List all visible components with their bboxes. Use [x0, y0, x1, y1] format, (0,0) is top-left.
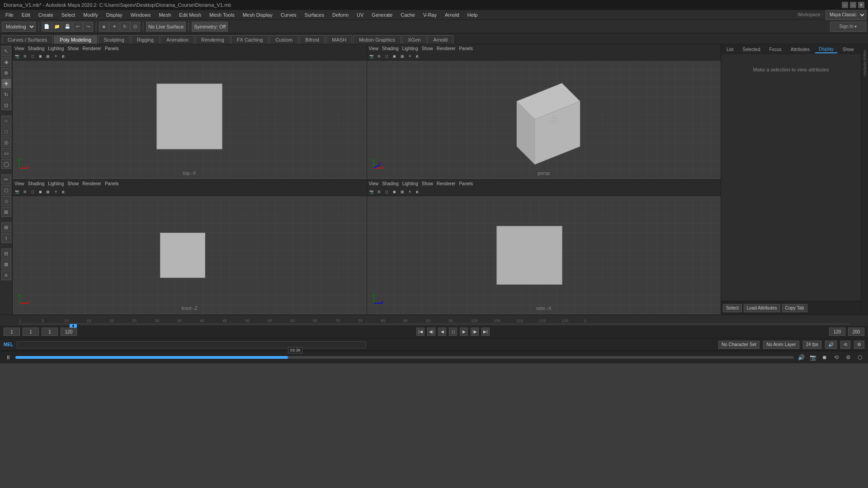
expand-btn[interactable]: ⬡ — [855, 353, 864, 362]
open-btn[interactable]: 📁 — [52, 22, 62, 32]
attribute-editor-tab[interactable]: Attribute Editor — [862, 46, 868, 80]
maximize-button[interactable]: □ — [850, 2, 856, 8]
lasso-tool[interactable]: ⊕ — [1, 68, 11, 78]
step-back-btn[interactable]: ◀| — [427, 328, 435, 336]
menu-edit[interactable]: Edit — [18, 11, 34, 19]
rpanel-tab-attributes[interactable]: Attributes — [787, 46, 813, 53]
rpanel-tab-selected[interactable]: Selected — [739, 46, 764, 53]
vp-br-shading[interactable]: Shading — [382, 181, 399, 186]
tab-rendering[interactable]: Rendering — [195, 35, 230, 44]
menu-vray[interactable]: V-Ray — [420, 11, 440, 19]
plane-prim[interactable]: ▭ — [1, 148, 11, 158]
loop-pb-btn[interactable]: ⟲ — [832, 353, 841, 362]
vp-br-panels[interactable]: Panels — [459, 181, 473, 186]
sphere-prim[interactable]: ○ — [1, 116, 11, 126]
tab-arnold[interactable]: Arnold — [427, 35, 453, 44]
mel-command-input[interactable] — [17, 341, 366, 348]
vp-br-grid[interactable]: ⊞ — [376, 188, 383, 195]
vp-br-tex[interactable]: ▦ — [399, 188, 406, 195]
load-attributes-button[interactable]: Load Attributes — [744, 304, 780, 312]
select-button[interactable]: Select — [723, 304, 742, 312]
vp-bl-grid[interactable]: ⊞ — [21, 188, 28, 195]
menu-generate[interactable]: Generate — [368, 11, 396, 19]
vp-tl-light[interactable]: ☀ — [52, 53, 59, 60]
vp-tr-shading[interactable]: Shading — [382, 46, 399, 51]
vp-tl-shadow[interactable]: ◐ — [60, 53, 67, 60]
menu-edit-mesh[interactable]: Edit Mesh — [175, 11, 205, 19]
vp-tr-view[interactable]: View — [369, 46, 379, 51]
menu-curves[interactable]: Curves — [277, 11, 300, 19]
vp-tl-panels[interactable]: Panels — [105, 46, 119, 51]
menu-mesh-display[interactable]: Mesh Display — [239, 11, 276, 19]
undo-btn[interactable]: ↩ — [73, 22, 83, 32]
record-btn[interactable]: ⏺ — [820, 353, 829, 362]
scale-tool[interactable]: ⊡ — [130, 22, 140, 32]
vp-tl-grid[interactable]: ⊞ — [21, 53, 28, 60]
vp-tr-renderer[interactable]: Renderer — [437, 46, 456, 51]
range-end-input[interactable]: 200 — [829, 328, 845, 336]
tab-fx-caching[interactable]: FX Caching — [231, 35, 269, 44]
vp-br-view[interactable]: View — [369, 181, 379, 186]
stop-btn[interactable]: ◻ — [449, 328, 457, 336]
start-frame-input[interactable]: 1 — [23, 328, 39, 336]
snapshot-btn[interactable]: 📷 — [808, 353, 817, 362]
go-end-btn[interactable]: ▶| — [481, 328, 490, 336]
vp-tl-lighting[interactable]: Lighting — [48, 46, 64, 51]
menu-arnold[interactable]: Arnold — [441, 11, 463, 19]
vp-bl-smooth[interactable]: ◼ — [37, 188, 44, 195]
menu-surfaces[interactable]: Surfaces — [301, 11, 328, 19]
vp-tr-tex[interactable]: ▦ — [399, 53, 406, 60]
play-fwd-btn[interactable]: ▶ — [460, 328, 468, 336]
live-surface-label[interactable]: No Live Surface — [146, 22, 186, 32]
rpanel-tab-list[interactable]: List — [723, 46, 737, 53]
vp-bl-panels[interactable]: Panels — [105, 181, 119, 186]
scale-tool-left[interactable]: ⊡ — [1, 100, 11, 110]
tab-bifrost[interactable]: Bifrost — [299, 35, 325, 44]
vp-tr-cam[interactable]: 📷 — [368, 53, 375, 60]
vp-tr-lighting[interactable]: Lighting — [402, 46, 418, 51]
rpanel-tab-display[interactable]: Display — [815, 46, 837, 53]
menu-select[interactable]: Select — [58, 11, 79, 19]
workspace-select[interactable]: Maya Classic — [826, 10, 866, 20]
menu-uv[interactable]: UV — [353, 11, 367, 19]
menu-help[interactable]: Help — [464, 11, 481, 19]
playback-start-input[interactable] — [42, 328, 58, 336]
end-frame-input[interactable]: 120 — [848, 328, 864, 336]
fps-button[interactable]: 24 fps — [803, 341, 821, 349]
vp-bl-lighting[interactable]: Lighting — [48, 181, 64, 186]
vp-br-wire[interactable]: ◻ — [383, 188, 391, 195]
cylinder-prim[interactable]: ◎ — [1, 137, 11, 147]
step-fwd-btn[interactable]: |▶ — [471, 328, 479, 336]
multi-cut-tool[interactable]: ✂ — [1, 174, 11, 184]
layout-btn[interactable]: ⊟ — [1, 249, 11, 258]
viewport-tl-canvas[interactable]: x y top -Y — [13, 61, 367, 179]
selection-tool[interactable]: ↖ — [1, 46, 11, 56]
vp-bl-shadow[interactable]: ◐ — [60, 188, 67, 195]
progress-track[interactable]: 03:38 — [15, 356, 794, 359]
tab-sculpting[interactable]: Sculpting — [98, 35, 130, 44]
menu-modify[interactable]: Modify — [80, 11, 101, 19]
vp-br-shadow[interactable]: ◐ — [414, 188, 421, 195]
tab-curves-surfaces[interactable]: Curves / Surfaces — [2, 35, 53, 44]
vp-bl-tex[interactable]: ▦ — [44, 188, 52, 195]
playback-end-input[interactable] — [61, 328, 77, 336]
vp-bl-wire[interactable]: ◻ — [29, 188, 36, 195]
vp-bl-light[interactable]: ☀ — [52, 188, 59, 195]
menu-mesh[interactable]: Mesh — [155, 11, 175, 19]
move-tool[interactable]: ✛ — [109, 22, 119, 32]
save-btn[interactable]: 💾 — [62, 22, 72, 32]
vp-tl-tex[interactable]: ▦ — [44, 53, 52, 60]
symmetry-label[interactable]: Symmetry: Off — [192, 22, 228, 32]
sign-in-btn[interactable]: Sign In ▾ — [830, 22, 866, 32]
vp-tr-shadow[interactable]: ◐ — [414, 53, 421, 60]
tab-custom[interactable]: Custom — [269, 35, 298, 44]
vp-tr-wire[interactable]: ◻ — [383, 53, 391, 60]
tab-animation[interactable]: Animation — [160, 35, 194, 44]
snap-curve[interactable]: ⌇ — [1, 233, 11, 243]
volume-btn[interactable]: 🔊 — [797, 353, 806, 362]
char-set-button[interactable]: No Character Set — [718, 341, 760, 349]
viewport-bl-canvas[interactable]: x y front -Z — [13, 196, 367, 315]
rpanel-tab-focus[interactable]: Focus — [765, 46, 785, 53]
vp-bl-show[interactable]: Show — [67, 181, 79, 186]
settings-btn[interactable]: ⚙ — [854, 341, 864, 349]
